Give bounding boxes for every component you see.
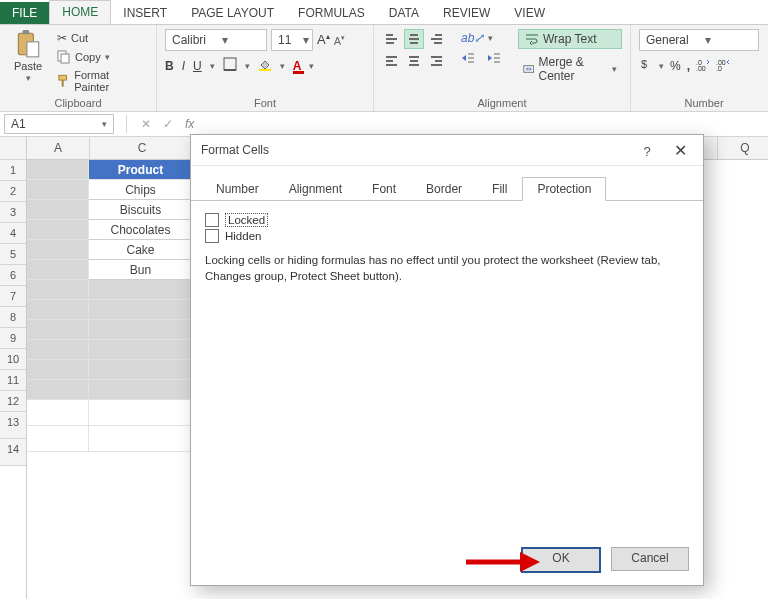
decrease-indent-button[interactable] [456, 49, 480, 67]
cell[interactable] [27, 360, 89, 380]
cancel-button[interactable]: Cancel [611, 547, 689, 571]
row-header-6[interactable]: 6 [0, 265, 26, 286]
cell[interactable]: Chocolates [89, 220, 193, 240]
cell[interactable] [89, 360, 193, 380]
hidden-checkbox[interactable]: Hidden [205, 229, 689, 243]
row-header-12[interactable]: 12 [0, 391, 26, 412]
cell[interactable] [27, 300, 89, 320]
dialog-close-button[interactable]: ✕ [668, 140, 693, 161]
cell[interactable] [27, 160, 89, 180]
row-header-5[interactable]: 5 [0, 244, 26, 265]
paste-button[interactable]: Paste ▾ [8, 29, 48, 83]
align-top-center-button[interactable] [404, 29, 424, 49]
tab-review[interactable]: REVIEW [431, 2, 502, 24]
align-bottom-center-button[interactable] [404, 51, 424, 71]
dialog-tab-font[interactable]: Font [357, 177, 411, 201]
percent-format-button[interactable]: % [670, 59, 681, 73]
cancel-formula-icon[interactable]: ✕ [141, 117, 151, 131]
wrap-text-button[interactable]: Wrap Text [518, 29, 622, 49]
cell[interactable] [89, 320, 193, 340]
align-bottom-right-button[interactable] [426, 51, 446, 71]
cell[interactable]: Chips [89, 180, 193, 200]
row-header-1[interactable]: 1 [0, 160, 26, 181]
comma-format-button[interactable]: , [687, 59, 690, 73]
cell[interactable] [27, 240, 89, 260]
tab-data[interactable]: DATA [377, 2, 431, 24]
cell[interactable] [89, 426, 193, 452]
cell[interactable] [89, 300, 193, 320]
row-header-13[interactable]: 13 [0, 412, 26, 439]
row-header-4[interactable]: 4 [0, 223, 26, 244]
dialog-tab-protection[interactable]: Protection [522, 177, 606, 201]
tab-home[interactable]: HOME [49, 0, 111, 24]
select-all-corner[interactable] [0, 137, 26, 160]
row-header-14[interactable]: 14 [0, 439, 26, 466]
decrease-font-icon[interactable]: A▾ [334, 34, 345, 47]
fill-color-button[interactable] [258, 57, 272, 74]
cell[interactable]: Product [89, 160, 193, 180]
name-box[interactable]: A1 ▾ [4, 114, 114, 134]
bold-button[interactable]: B [165, 59, 174, 73]
border-button[interactable] [223, 57, 237, 74]
locked-checkbox[interactable]: Locked [205, 213, 689, 227]
italic-button[interactable]: I [182, 59, 185, 73]
cell[interactable] [27, 280, 89, 300]
cell[interactable] [27, 400, 89, 426]
cut-button[interactable]: ✂ Cut [52, 29, 148, 47]
tab-view[interactable]: VIEW [502, 2, 557, 24]
column-header-Q[interactable]: Q [718, 137, 768, 160]
cell[interactable] [27, 260, 89, 280]
increase-indent-button[interactable] [482, 49, 506, 67]
row-header-9[interactable]: 9 [0, 328, 26, 349]
cell[interactable] [89, 340, 193, 360]
font-size-combo[interactable]: 11▾ [271, 29, 313, 51]
cell[interactable] [89, 280, 193, 300]
enter-formula-icon[interactable]: ✓ [163, 117, 173, 131]
row-header-7[interactable]: 7 [0, 286, 26, 307]
ok-button[interactable]: OK [521, 547, 601, 573]
row-header-3[interactable]: 3 [0, 202, 26, 223]
accounting-format-button[interactable]: $ [639, 57, 653, 74]
cell[interactable] [89, 400, 193, 426]
dialog-tab-fill[interactable]: Fill [477, 177, 522, 201]
row-header-11[interactable]: 11 [0, 370, 26, 391]
row-header-2[interactable]: 2 [0, 181, 26, 202]
underline-button[interactable]: U [193, 59, 202, 73]
cell[interactable] [27, 380, 89, 400]
cell[interactable]: Biscuits [89, 200, 193, 220]
orientation-button[interactable]: ab⤢▾ [456, 29, 506, 47]
merge-center-button[interactable]: Merge & Center ▾ [518, 53, 622, 85]
align-top-right-button[interactable] [426, 29, 446, 49]
dialog-tab-number[interactable]: Number [201, 177, 274, 201]
dialog-help-button[interactable]: ? [643, 144, 650, 159]
tab-file[interactable]: FILE [0, 2, 49, 24]
increase-decimal-button[interactable]: .0.00 [696, 57, 710, 74]
row-header-8[interactable]: 8 [0, 307, 26, 328]
align-top-left-button[interactable] [382, 29, 402, 49]
fx-icon[interactable]: fx [185, 117, 194, 131]
dialog-tab-border[interactable]: Border [411, 177, 477, 201]
cell[interactable] [27, 220, 89, 240]
cell[interactable] [27, 426, 89, 452]
tab-formulas[interactable]: FORMULAS [286, 2, 377, 24]
decrease-decimal-button[interactable]: .00.0 [716, 57, 730, 74]
format-painter-button[interactable]: Format Painter [52, 67, 148, 95]
cell[interactable]: Cake [89, 240, 193, 260]
dialog-tab-alignment[interactable]: Alignment [274, 177, 357, 201]
increase-font-icon[interactable]: A▴ [317, 32, 330, 47]
tab-page-layout[interactable]: PAGE LAYOUT [179, 2, 286, 24]
cell[interactable] [27, 340, 89, 360]
row-header-10[interactable]: 10 [0, 349, 26, 370]
copy-button[interactable]: Copy ▾ [52, 48, 148, 66]
column-header-A[interactable]: A [27, 137, 90, 160]
number-format-combo[interactable]: General▾ [639, 29, 759, 51]
cell[interactable] [27, 320, 89, 340]
font-name-combo[interactable]: Calibri▾ [165, 29, 267, 51]
tab-insert[interactable]: INSERT [111, 2, 179, 24]
cell[interactable]: Bun [89, 260, 193, 280]
font-color-button[interactable]: A [293, 59, 302, 73]
column-header-C[interactable]: C [90, 137, 195, 160]
cell[interactable] [27, 180, 89, 200]
cell[interactable] [27, 200, 89, 220]
align-bottom-left-button[interactable] [382, 51, 402, 71]
